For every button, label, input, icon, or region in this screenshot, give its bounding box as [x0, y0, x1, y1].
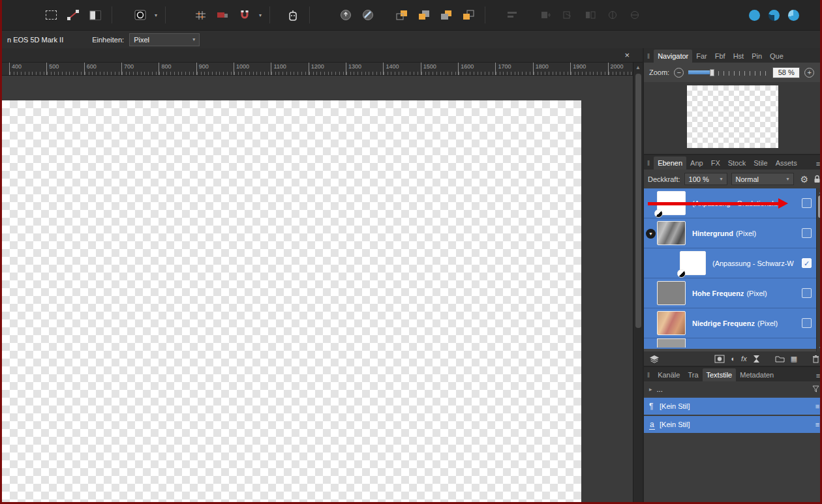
move-backward-icon[interactable]	[438, 7, 455, 23]
marquee-icon[interactable]	[42, 7, 59, 23]
tab-fx[interactable]: FX	[707, 156, 724, 170]
layer-thumbnail[interactable]	[657, 311, 686, 335]
new-layer-grid-icon[interactable]: ▦	[791, 355, 797, 363]
transform-icon-1[interactable]	[538, 7, 555, 23]
tab-pinsel[interactable]: Pin	[748, 50, 766, 63]
tab-kanaele[interactable]: Kanäle	[654, 368, 684, 381]
panel-menu-icon[interactable]: ≡	[816, 160, 820, 170]
navigator-preview[interactable]	[644, 82, 822, 154]
panel-drag-handle-icon[interactable]: ‖	[647, 160, 650, 167]
delete-layer-trash-icon[interactable]	[812, 355, 819, 363]
layer-row-schwarzweiss[interactable]: (Anpassung - Schwarz-W ✓	[644, 248, 822, 278]
mask-layer-icon[interactable]	[714, 355, 725, 363]
paragraph-style-row[interactable]: ¶ [Kein Stil] ≡	[644, 398, 822, 415]
grid-snap-icon[interactable]	[192, 7, 209, 23]
layer-thumbnail[interactable]	[657, 281, 686, 305]
rotate-icon[interactable]	[337, 7, 354, 23]
layer-effects-icon[interactable]: fx	[741, 355, 747, 363]
tab-stile[interactable]: Stile	[750, 156, 771, 170]
tab-anpassungen[interactable]: Anp	[686, 156, 707, 170]
transform-icon-4[interactable]	[604, 7, 621, 23]
layers-stack-icon[interactable]	[649, 355, 660, 363]
panel-drag-handle-icon[interactable]: ‖	[647, 53, 650, 60]
textstyles-group-row[interactable]: ▸ ...	[644, 381, 822, 396]
layer-visibility-checkbox[interactable]	[802, 198, 812, 208]
tab-histogramm[interactable]: Hst	[729, 50, 748, 63]
layer-thumbnail[interactable]	[657, 338, 686, 348]
zoom-out-icon[interactable]: −	[674, 68, 684, 78]
tab-metadaten[interactable]: Metadaten	[736, 368, 778, 381]
zoom-value-field[interactable]: 58 %	[772, 67, 800, 78]
blue-circle-icon-2[interactable]	[769, 10, 780, 21]
layer-thumbnail[interactable]	[657, 221, 686, 245]
tab-navigator[interactable]: Navigator	[654, 50, 692, 63]
zoom-slider[interactable]	[688, 67, 768, 78]
layer-visibility-checkbox[interactable]	[802, 318, 812, 328]
transform-icon-3[interactable]	[582, 7, 599, 23]
tab-textstile[interactable]: Textstile	[703, 368, 737, 381]
layer-row-hohe-frequenz[interactable]: Hohe Frequenz (Pixel)	[644, 278, 822, 308]
blue-circle-icon-3[interactable]	[788, 10, 799, 21]
tab-quellen[interactable]: Que	[766, 50, 787, 63]
panel-menu-icon[interactable]: ≡	[816, 372, 820, 381]
tab-farbe[interactable]: Far	[692, 50, 711, 63]
panel-drag-handle-icon[interactable]: ‖	[647, 372, 650, 379]
filter-funnel-icon[interactable]	[812, 385, 819, 393]
canvas-vertical-scrollbar[interactable]: ▲	[633, 63, 643, 502]
magnet-snap-icon[interactable]	[236, 7, 253, 23]
close-document-icon[interactable]: ×	[624, 50, 630, 60]
quick-mask-caret-icon[interactable]: ▾	[155, 12, 157, 18]
tab-transformieren[interactable]: Tra	[684, 368, 702, 381]
tab-stock[interactable]: Stock	[724, 156, 750, 170]
opacity-dropdown[interactable]: 100 % ▾	[684, 173, 727, 185]
scroll-down-icon[interactable]: ▼	[819, 344, 822, 351]
zoom-slider-handle[interactable]	[710, 69, 714, 76]
gear-icon[interactable]: ⚙	[800, 174, 809, 185]
move-to-front-icon[interactable]	[393, 7, 410, 23]
magnet-caret-icon[interactable]: ▾	[259, 12, 262, 18]
alignment-icon[interactable]	[504, 7, 521, 23]
zoom-in-icon[interactable]: +	[804, 68, 814, 78]
document-canvas[interactable]	[2, 100, 581, 502]
style-menu-icon[interactable]: ≡	[815, 402, 819, 410]
expand-chevron-icon[interactable]: ▼	[646, 229, 656, 239]
style-menu-icon[interactable]: ≡	[815, 421, 819, 428]
scrollbar-thumb[interactable]	[818, 196, 822, 218]
transform-icon-2[interactable]	[560, 7, 577, 23]
tab-assets[interactable]: Assets	[772, 156, 801, 170]
adjustment-layer-icon[interactable]: ◐	[731, 355, 735, 363]
node-line-icon[interactable]	[65, 7, 82, 23]
split-view-icon[interactable]	[87, 7, 104, 23]
layers-scrollbar[interactable]: ▲ ▼	[816, 188, 822, 351]
lock-icon[interactable]	[814, 175, 821, 183]
live-filter-icon[interactable]	[753, 355, 760, 363]
move-to-back-icon[interactable]	[460, 7, 477, 23]
quick-mask-icon[interactable]	[132, 7, 149, 23]
scroll-up-icon[interactable]: ▲	[635, 63, 641, 72]
layer-type-label: (Pixel)	[736, 230, 756, 237]
layer-visibility-checkbox[interactable]: ✓	[802, 258, 812, 268]
navigator-thumbnail[interactable]	[687, 85, 778, 148]
pixel-align-shape	[217, 10, 228, 20]
units-dropdown[interactable]: Pixel ▾	[129, 33, 200, 46]
scroll-up-icon[interactable]: ▲	[819, 188, 822, 196]
layer-row-partial[interactable]	[644, 338, 822, 349]
new-group-folder-icon[interactable]	[775, 355, 785, 363]
transform-icon-5[interactable]	[626, 7, 643, 23]
blue-circle-icon-1[interactable]	[749, 10, 760, 21]
layer-thumbnail[interactable]	[680, 251, 706, 275]
assistant-icon[interactable]	[284, 7, 301, 23]
layer-row-niedrige-frequenz[interactable]: Niedrige Frequenz (Pixel)	[644, 308, 822, 338]
layer-visibility-checkbox[interactable]	[802, 228, 812, 238]
slice-tool-icon[interactable]	[359, 7, 376, 23]
tab-ebenen[interactable]: Ebenen	[654, 156, 686, 170]
scrollbar-thumb[interactable]	[635, 74, 641, 328]
character-style-row[interactable]: a [Kein Stil] ≡	[644, 416, 822, 433]
layer-row-hintergrund[interactable]: ▼ Hintergrund (Pixel)	[644, 218, 822, 248]
move-forward-icon[interactable]	[416, 7, 433, 23]
blend-mode-dropdown[interactable]: Normal ▾	[731, 173, 794, 185]
tab-farbfelder[interactable]: Fbf	[711, 50, 729, 63]
layer-visibility-checkbox[interactable]	[802, 288, 812, 298]
expand-arrow-icon[interactable]: ▸	[649, 386, 652, 393]
pixel-align-icon[interactable]	[214, 7, 231, 23]
